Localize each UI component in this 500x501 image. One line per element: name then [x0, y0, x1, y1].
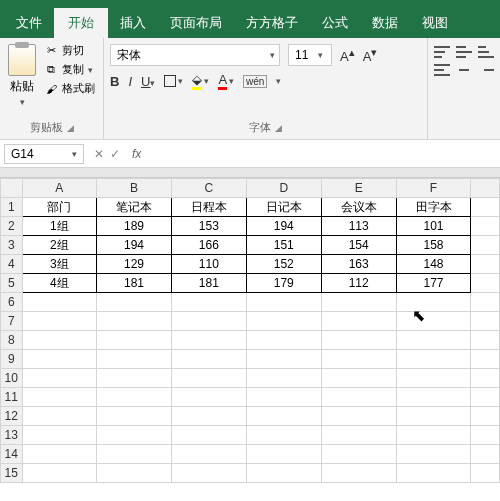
phonetic-button[interactable]: wén: [243, 75, 267, 88]
cell[interactable]: [321, 331, 396, 350]
underline-button[interactable]: U▾: [141, 74, 155, 89]
align-right-button[interactable]: [478, 64, 494, 76]
cell[interactable]: [396, 350, 471, 369]
cell[interactable]: [471, 407, 500, 426]
chevron-down-icon[interactable]: ▾: [72, 149, 77, 159]
cell[interactable]: [171, 388, 246, 407]
chevron-down-icon[interactable]: ▾: [20, 97, 25, 107]
cell[interactable]: [396, 407, 471, 426]
cell[interactable]: 166: [171, 236, 246, 255]
cell[interactable]: 152: [246, 255, 321, 274]
cell[interactable]: 179: [246, 274, 321, 293]
column-header[interactable]: F: [396, 179, 471, 198]
cell[interactable]: [22, 388, 96, 407]
cell[interactable]: 153: [171, 217, 246, 236]
row-header[interactable]: 12: [1, 407, 23, 426]
cell[interactable]: 笔记本: [97, 198, 172, 217]
cell[interactable]: 163: [321, 255, 396, 274]
cell[interactable]: [396, 293, 471, 312]
cell[interactable]: [22, 464, 96, 483]
cell[interactable]: 194: [97, 236, 172, 255]
cell[interactable]: [22, 350, 96, 369]
cell[interactable]: [246, 293, 321, 312]
select-all-corner[interactable]: [1, 179, 23, 198]
cell[interactable]: [246, 369, 321, 388]
cell[interactable]: [321, 407, 396, 426]
cell[interactable]: [97, 464, 172, 483]
dialog-launcher-icon[interactable]: ◢: [275, 123, 282, 133]
cell[interactable]: [171, 312, 246, 331]
enter-icon[interactable]: ✓: [110, 147, 120, 161]
cell[interactable]: [321, 369, 396, 388]
cell[interactable]: [396, 445, 471, 464]
copy-button[interactable]: ⧉复制▾: [42, 61, 97, 78]
cell[interactable]: [171, 426, 246, 445]
column-header[interactable]: B: [97, 179, 172, 198]
increase-font-button[interactable]: A▴: [340, 46, 355, 64]
row-header[interactable]: 13: [1, 426, 23, 445]
cell[interactable]: [171, 407, 246, 426]
cell[interactable]: 154: [321, 236, 396, 255]
fx-icon[interactable]: fx: [132, 147, 141, 161]
tab-formulas[interactable]: 公式: [310, 8, 360, 38]
row-header[interactable]: 9: [1, 350, 23, 369]
cell[interactable]: 1组: [22, 217, 96, 236]
cell[interactable]: [246, 426, 321, 445]
cell[interactable]: [22, 445, 96, 464]
align-bottom-button[interactable]: [478, 46, 494, 58]
cell[interactable]: [97, 350, 172, 369]
cell[interactable]: 113: [321, 217, 396, 236]
row-header[interactable]: 6: [1, 293, 23, 312]
cell[interactable]: 189: [97, 217, 172, 236]
format-painter-button[interactable]: 🖌格式刷: [42, 80, 97, 97]
row-header[interactable]: 11: [1, 388, 23, 407]
cell[interactable]: 158: [396, 236, 471, 255]
dialog-launcher-icon[interactable]: ◢: [67, 123, 74, 133]
cell[interactable]: [246, 312, 321, 331]
row-header[interactable]: 4: [1, 255, 23, 274]
paste-button[interactable]: 粘贴 ▾: [6, 42, 38, 109]
cell[interactable]: [471, 445, 500, 464]
cell[interactable]: [22, 407, 96, 426]
cell[interactable]: [171, 350, 246, 369]
cell[interactable]: [22, 426, 96, 445]
cell[interactable]: 151: [246, 236, 321, 255]
cell[interactable]: 177: [396, 274, 471, 293]
cell[interactable]: [97, 407, 172, 426]
chevron-down-icon[interactable]: ▾: [314, 50, 327, 60]
cell[interactable]: [471, 369, 500, 388]
cell[interactable]: 148: [396, 255, 471, 274]
cell[interactable]: [396, 388, 471, 407]
cell[interactable]: [471, 388, 500, 407]
cell[interactable]: 101: [396, 217, 471, 236]
cell[interactable]: [22, 331, 96, 350]
formula-input[interactable]: [141, 144, 500, 164]
tab-insert[interactable]: 插入: [108, 8, 158, 38]
column-header[interactable]: A: [22, 179, 96, 198]
cell[interactable]: [171, 369, 246, 388]
font-color-button[interactable]: A▾: [218, 72, 234, 90]
row-header[interactable]: 10: [1, 369, 23, 388]
worksheet-grid[interactable]: ABCDEF1部门笔记本日程本日记本会议本田字本21组1891531941131…: [0, 178, 500, 483]
row-header[interactable]: 2: [1, 217, 23, 236]
cell[interactable]: [321, 445, 396, 464]
cell[interactable]: [97, 445, 172, 464]
cell[interactable]: 181: [171, 274, 246, 293]
cell[interactable]: [321, 293, 396, 312]
cell[interactable]: [321, 464, 396, 483]
row-header[interactable]: 3: [1, 236, 23, 255]
cell[interactable]: 181: [97, 274, 172, 293]
cell[interactable]: [396, 312, 471, 331]
cell[interactable]: [22, 369, 96, 388]
row-header[interactable]: 15: [1, 464, 23, 483]
border-button[interactable]: ▾: [164, 75, 183, 87]
cell[interactable]: [246, 464, 321, 483]
cell[interactable]: [171, 464, 246, 483]
cell[interactable]: [471, 350, 500, 369]
cell[interactable]: [97, 312, 172, 331]
font-family-select[interactable]: 宋体 ▾: [110, 44, 280, 66]
cell[interactable]: 110: [171, 255, 246, 274]
cell[interactable]: [246, 407, 321, 426]
cell[interactable]: [171, 445, 246, 464]
cell[interactable]: [246, 331, 321, 350]
